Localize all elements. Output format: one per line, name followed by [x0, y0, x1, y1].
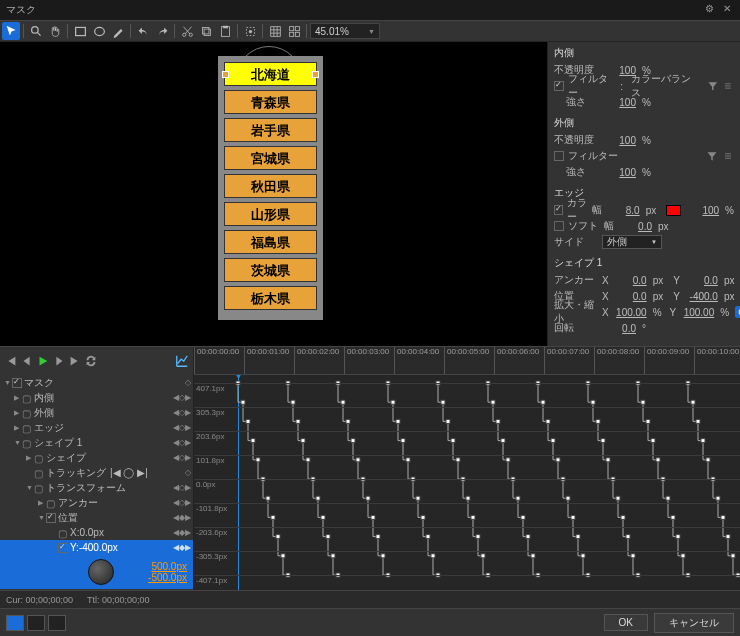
- pointer-tool[interactable]: [2, 22, 20, 40]
- status-bar: Cur: 00;00;00;00 Ttl: 00;00;00;00: [0, 590, 740, 608]
- edge-soft-width[interactable]: 0.0: [618, 221, 652, 232]
- outer-strength[interactable]: 100: [602, 167, 636, 178]
- list-item[interactable]: 北海道: [224, 62, 317, 86]
- scale-y[interactable]: 100.00: [680, 307, 714, 318]
- list-item[interactable]: 岩手県: [224, 118, 317, 142]
- edge-side-select[interactable]: 外側: [602, 235, 662, 249]
- hand-tool[interactable]: [46, 22, 64, 40]
- settings-icon[interactable]: [722, 150, 734, 162]
- filter-icon[interactable]: [707, 80, 719, 92]
- outer-opacity[interactable]: 100: [602, 135, 636, 146]
- svg-point-0: [31, 26, 38, 33]
- prev-frame-icon[interactable]: [20, 354, 34, 368]
- property-tree: ▼マスク◇ ▶▢内側◀◇▶ ▶▢外側◀◇▶ ▶▢エッジ◀◇▶ ▼▢シェイプ 1◀…: [0, 375, 194, 590]
- time-ruler[interactable]: 00:00:00:0000:00:01:0000:00:02:0000:00:0…: [194, 347, 740, 375]
- list-item[interactable]: 茨城県: [224, 258, 317, 282]
- graph-area[interactable]: 407.1px305.3px203.6px101.8px0.0px-101.8p…: [194, 375, 740, 590]
- grid2-tool[interactable]: [285, 22, 303, 40]
- svg-rect-44: [371, 515, 375, 519]
- window-close-icon[interactable]: ✕: [720, 3, 734, 17]
- loop-icon[interactable]: [84, 354, 98, 368]
- svg-rect-93: [591, 400, 595, 404]
- svg-rect-105: [646, 419, 650, 423]
- pen-tool[interactable]: [109, 22, 127, 40]
- svg-rect-94: [596, 419, 600, 423]
- go-button[interactable]: GO: [735, 306, 740, 318]
- copy-icon[interactable]: [197, 22, 215, 40]
- goto-end-icon[interactable]: [68, 354, 82, 368]
- svg-rect-38: [341, 400, 345, 404]
- graph-mode-icon[interactable]: [175, 354, 189, 368]
- paste-icon[interactable]: [216, 22, 234, 40]
- list-item[interactable]: 宮城県: [224, 146, 317, 170]
- goto-start-icon[interactable]: [4, 354, 18, 368]
- svg-rect-17: [246, 419, 250, 423]
- svg-rect-82: [541, 400, 545, 404]
- cut-icon[interactable]: [178, 22, 196, 40]
- svg-rect-21: [266, 496, 270, 500]
- grid-tool[interactable]: [266, 22, 284, 40]
- svg-rect-54: [416, 496, 420, 500]
- svg-rect-43: [366, 496, 370, 500]
- inner-filter-check[interactable]: [554, 81, 564, 91]
- svg-rect-14: [295, 32, 299, 36]
- svg-point-2: [94, 27, 104, 35]
- list-item[interactable]: 山形県: [224, 202, 317, 226]
- window-settings-icon[interactable]: ⚙: [702, 3, 716, 17]
- app-title: マスク: [6, 3, 36, 17]
- view-tab-1[interactable]: [6, 615, 24, 631]
- shape-section-title: シェイプ 1: [554, 256, 734, 270]
- list-item[interactable]: 栃木県: [224, 286, 317, 310]
- edge-width[interactable]: 8.0: [606, 205, 640, 216]
- list-item[interactable]: 福島県: [224, 230, 317, 254]
- svg-rect-22: [271, 515, 275, 519]
- svg-rect-27: [291, 400, 295, 404]
- scale-x[interactable]: 100.00: [613, 307, 647, 318]
- undo-icon[interactable]: [134, 22, 152, 40]
- current-time: Cur: 00;00;00;00: [6, 595, 73, 605]
- value-knob[interactable]: [88, 559, 114, 585]
- list-item[interactable]: 青森県: [224, 90, 317, 114]
- selected-property-y[interactable]: Y:-400.0px◀◆▶: [0, 540, 193, 555]
- filter-icon[interactable]: [706, 150, 718, 162]
- view-tab-3[interactable]: [48, 615, 66, 631]
- svg-rect-88: [571, 515, 575, 519]
- svg-rect-33: [321, 515, 325, 519]
- rect-tool[interactable]: [71, 22, 89, 40]
- anchor-y[interactable]: 0.0: [684, 275, 718, 286]
- svg-rect-110: [671, 515, 675, 519]
- ok-button[interactable]: OK: [604, 614, 648, 631]
- zoom-select[interactable]: 45.01%: [310, 23, 380, 39]
- inner-strength[interactable]: 100: [602, 97, 636, 108]
- viewport[interactable]: 北海道 青森県 岩手県 宮城県 秋田県 山形県 福島県 茨城県 栃木県: [0, 42, 547, 346]
- anchor-x[interactable]: 0.0: [613, 275, 647, 286]
- properties-panel: 内側 不透明度100% フィルター:カラーバランス 強さ100% 外側 不透明度…: [547, 42, 740, 346]
- next-frame-icon[interactable]: [52, 354, 66, 368]
- play-icon[interactable]: [36, 354, 50, 368]
- svg-rect-50: [396, 419, 400, 423]
- svg-rect-99: [621, 515, 625, 519]
- pos-y[interactable]: -400.0: [684, 291, 718, 302]
- zoom-tool[interactable]: [27, 22, 45, 40]
- edge-soft-check[interactable]: [554, 221, 564, 231]
- svg-rect-16: [241, 400, 245, 404]
- center-tool[interactable]: [241, 22, 259, 40]
- rotation[interactable]: 0.0: [602, 323, 636, 334]
- svg-rect-72: [496, 419, 500, 423]
- edge-color-check[interactable]: [554, 205, 563, 215]
- ellipse-tool[interactable]: [90, 22, 108, 40]
- total-time: Ttl: 00;00;00;00: [87, 595, 150, 605]
- svg-rect-8: [223, 25, 228, 27]
- edge-color-swatch[interactable]: [666, 205, 681, 216]
- svg-rect-121: [721, 515, 725, 519]
- inner-section-title: 内側: [554, 46, 734, 60]
- svg-rect-115: [691, 400, 695, 404]
- outer-filter-check[interactable]: [554, 151, 564, 161]
- cancel-button[interactable]: キャンセル: [654, 613, 734, 633]
- view-tab-2[interactable]: [27, 615, 45, 631]
- pos-x[interactable]: 0.0: [613, 291, 647, 302]
- redo-icon[interactable]: [153, 22, 171, 40]
- settings-icon[interactable]: [722, 80, 734, 92]
- svg-rect-32: [316, 496, 320, 500]
- list-item[interactable]: 秋田県: [224, 174, 317, 198]
